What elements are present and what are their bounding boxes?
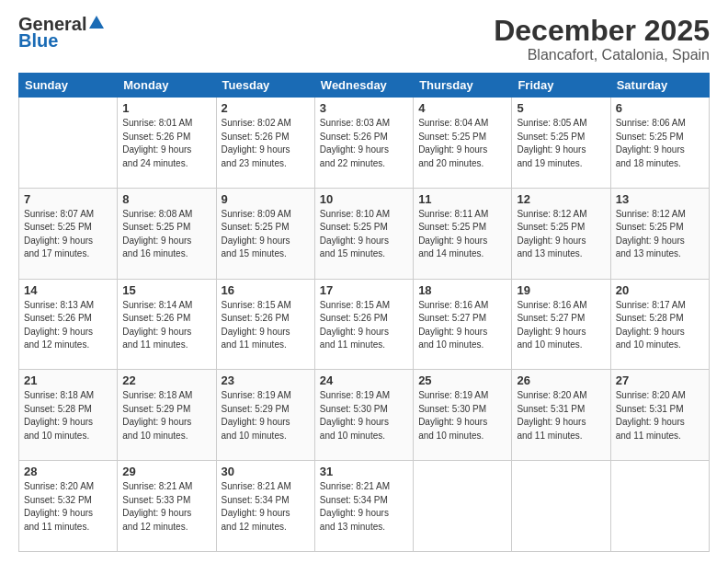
calendar-cell: 18Sunrise: 8:16 AMSunset: 5:27 PMDayligh… bbox=[414, 279, 512, 370]
calendar-cell bbox=[19, 98, 118, 189]
day-info: Sunrise: 8:21 AMSunset: 5:34 PMDaylight:… bbox=[222, 480, 310, 534]
col-header-wednesday: Wednesday bbox=[314, 74, 413, 98]
day-info: Sunrise: 8:19 AMSunset: 5:30 PMDaylight:… bbox=[418, 389, 506, 442]
day-number: 9 bbox=[222, 192, 310, 206]
calendar-cell: 7Sunrise: 8:07 AMSunset: 5:25 PMDaylight… bbox=[19, 188, 118, 279]
calendar-cell: 23Sunrise: 8:19 AMSunset: 5:29 PMDayligh… bbox=[216, 370, 314, 461]
day-number: 15 bbox=[122, 283, 210, 297]
day-info: Sunrise: 8:19 AMSunset: 5:30 PMDaylight:… bbox=[320, 389, 408, 442]
col-header-friday: Friday bbox=[512, 74, 610, 98]
calendar-table: SundayMondayTuesdayWednesdayThursdayFrid… bbox=[18, 73, 710, 552]
day-info: Sunrise: 8:04 AMSunset: 5:25 PMDaylight:… bbox=[418, 117, 506, 170]
day-number: 8 bbox=[122, 192, 210, 206]
day-number: 14 bbox=[24, 283, 112, 297]
day-number: 22 bbox=[122, 373, 210, 387]
day-info: Sunrise: 8:08 AMSunset: 5:25 PMDaylight:… bbox=[122, 208, 210, 261]
day-number: 25 bbox=[418, 373, 506, 387]
calendar-cell: 13Sunrise: 8:12 AMSunset: 5:25 PMDayligh… bbox=[610, 188, 709, 279]
day-number: 18 bbox=[418, 283, 506, 297]
day-number: 23 bbox=[222, 373, 310, 387]
day-number: 3 bbox=[320, 101, 408, 115]
day-number: 27 bbox=[616, 373, 704, 387]
day-number: 6 bbox=[616, 101, 704, 115]
calendar-cell: 29Sunrise: 8:21 AMSunset: 5:33 PMDayligh… bbox=[118, 461, 216, 552]
logo-icon bbox=[88, 14, 105, 30]
day-number: 30 bbox=[222, 465, 310, 478]
day-info: Sunrise: 8:18 AMSunset: 5:29 PMDaylight:… bbox=[122, 389, 210, 442]
day-number: 10 bbox=[320, 192, 408, 206]
calendar-cell bbox=[414, 461, 512, 552]
calendar-cell: 10Sunrise: 8:10 AMSunset: 5:25 PMDayligh… bbox=[314, 188, 413, 279]
day-number: 28 bbox=[24, 465, 112, 478]
day-info: Sunrise: 8:21 AMSunset: 5:33 PMDaylight:… bbox=[122, 480, 210, 534]
calendar-cell: 27Sunrise: 8:20 AMSunset: 5:31 PMDayligh… bbox=[610, 370, 709, 461]
day-info: Sunrise: 8:01 AMSunset: 5:26 PMDaylight:… bbox=[122, 117, 210, 170]
day-info: Sunrise: 8:05 AMSunset: 5:25 PMDaylight:… bbox=[517, 117, 605, 170]
day-info: Sunrise: 8:12 AMSunset: 5:25 PMDaylight:… bbox=[616, 208, 704, 261]
calendar-cell: 30Sunrise: 8:21 AMSunset: 5:34 PMDayligh… bbox=[216, 461, 314, 552]
day-number: 2 bbox=[222, 101, 310, 115]
day-info: Sunrise: 8:14 AMSunset: 5:26 PMDaylight:… bbox=[122, 299, 210, 352]
calendar-cell: 26Sunrise: 8:20 AMSunset: 5:31 PMDayligh… bbox=[512, 370, 610, 461]
day-number: 17 bbox=[320, 283, 408, 297]
col-header-sunday: Sunday bbox=[19, 74, 118, 98]
day-info: Sunrise: 8:09 AMSunset: 5:25 PMDaylight:… bbox=[222, 208, 310, 261]
day-info: Sunrise: 8:03 AMSunset: 5:26 PMDaylight:… bbox=[320, 117, 408, 170]
calendar-cell: 19Sunrise: 8:16 AMSunset: 5:27 PMDayligh… bbox=[512, 279, 610, 370]
calendar-cell: 28Sunrise: 8:20 AMSunset: 5:32 PMDayligh… bbox=[19, 461, 118, 552]
day-number: 12 bbox=[517, 192, 605, 206]
calendar-cell: 4Sunrise: 8:04 AMSunset: 5:25 PMDaylight… bbox=[414, 98, 512, 189]
col-header-thursday: Thursday bbox=[414, 74, 512, 98]
day-number: 1 bbox=[122, 101, 210, 115]
calendar-cell: 24Sunrise: 8:19 AMSunset: 5:30 PMDayligh… bbox=[314, 370, 413, 461]
col-header-tuesday: Tuesday bbox=[216, 74, 314, 98]
day-number: 20 bbox=[616, 283, 704, 297]
day-number: 21 bbox=[24, 373, 112, 387]
header: General Blue December 2025 Blancafort, C… bbox=[18, 15, 710, 63]
day-info: Sunrise: 8:13 AMSunset: 5:26 PMDaylight:… bbox=[24, 299, 112, 352]
logo: General Blue bbox=[18, 15, 105, 50]
logo-blue: Blue bbox=[18, 31, 105, 50]
calendar-cell: 1Sunrise: 8:01 AMSunset: 5:26 PMDaylight… bbox=[118, 98, 216, 189]
day-info: Sunrise: 8:11 AMSunset: 5:25 PMDaylight:… bbox=[418, 208, 506, 261]
col-header-saturday: Saturday bbox=[610, 74, 709, 98]
day-number: 11 bbox=[418, 192, 506, 206]
calendar-cell: 6Sunrise: 8:06 AMSunset: 5:25 PMDaylight… bbox=[610, 98, 709, 189]
day-info: Sunrise: 8:17 AMSunset: 5:28 PMDaylight:… bbox=[616, 299, 704, 352]
calendar-cell bbox=[512, 461, 610, 552]
calendar-cell: 5Sunrise: 8:05 AMSunset: 5:25 PMDaylight… bbox=[512, 98, 610, 189]
calendar-cell: 12Sunrise: 8:12 AMSunset: 5:25 PMDayligh… bbox=[512, 188, 610, 279]
calendar-cell: 31Sunrise: 8:21 AMSunset: 5:34 PMDayligh… bbox=[314, 461, 413, 552]
day-number: 13 bbox=[616, 192, 704, 206]
svg-marker-0 bbox=[89, 16, 104, 29]
calendar-cell: 11Sunrise: 8:11 AMSunset: 5:25 PMDayligh… bbox=[414, 188, 512, 279]
col-header-monday: Monday bbox=[118, 74, 216, 98]
day-number: 24 bbox=[320, 373, 408, 387]
day-info: Sunrise: 8:10 AMSunset: 5:25 PMDaylight:… bbox=[320, 208, 408, 261]
day-info: Sunrise: 8:16 AMSunset: 5:27 PMDaylight:… bbox=[517, 299, 605, 352]
location-title: Blancafort, Catalonia, Spain bbox=[494, 47, 710, 63]
day-info: Sunrise: 8:21 AMSunset: 5:34 PMDaylight:… bbox=[320, 480, 408, 534]
day-info: Sunrise: 8:18 AMSunset: 5:28 PMDaylight:… bbox=[24, 389, 112, 442]
day-info: Sunrise: 8:15 AMSunset: 5:26 PMDaylight:… bbox=[222, 299, 310, 352]
calendar-cell: 15Sunrise: 8:14 AMSunset: 5:26 PMDayligh… bbox=[118, 279, 216, 370]
day-number: 26 bbox=[517, 373, 605, 387]
day-info: Sunrise: 8:12 AMSunset: 5:25 PMDaylight:… bbox=[517, 208, 605, 261]
day-number: 19 bbox=[517, 283, 605, 297]
calendar-cell: 3Sunrise: 8:03 AMSunset: 5:26 PMDaylight… bbox=[314, 98, 413, 189]
day-info: Sunrise: 8:15 AMSunset: 5:26 PMDaylight:… bbox=[320, 299, 408, 352]
day-info: Sunrise: 8:16 AMSunset: 5:27 PMDaylight:… bbox=[418, 299, 506, 352]
page: General Blue December 2025 Blancafort, C… bbox=[0, 0, 728, 563]
day-info: Sunrise: 8:20 AMSunset: 5:31 PMDaylight:… bbox=[517, 389, 605, 442]
day-info: Sunrise: 8:02 AMSunset: 5:26 PMDaylight:… bbox=[222, 117, 310, 170]
day-number: 7 bbox=[24, 192, 112, 206]
calendar-cell: 16Sunrise: 8:15 AMSunset: 5:26 PMDayligh… bbox=[216, 279, 314, 370]
calendar-cell bbox=[610, 461, 709, 552]
day-number: 5 bbox=[517, 101, 605, 115]
day-info: Sunrise: 8:07 AMSunset: 5:25 PMDaylight:… bbox=[24, 208, 112, 261]
calendar-cell: 9Sunrise: 8:09 AMSunset: 5:25 PMDaylight… bbox=[216, 188, 314, 279]
calendar-cell: 2Sunrise: 8:02 AMSunset: 5:26 PMDaylight… bbox=[216, 98, 314, 189]
day-number: 31 bbox=[320, 465, 408, 478]
day-number: 29 bbox=[122, 465, 210, 478]
calendar-cell: 8Sunrise: 8:08 AMSunset: 5:25 PMDaylight… bbox=[118, 188, 216, 279]
